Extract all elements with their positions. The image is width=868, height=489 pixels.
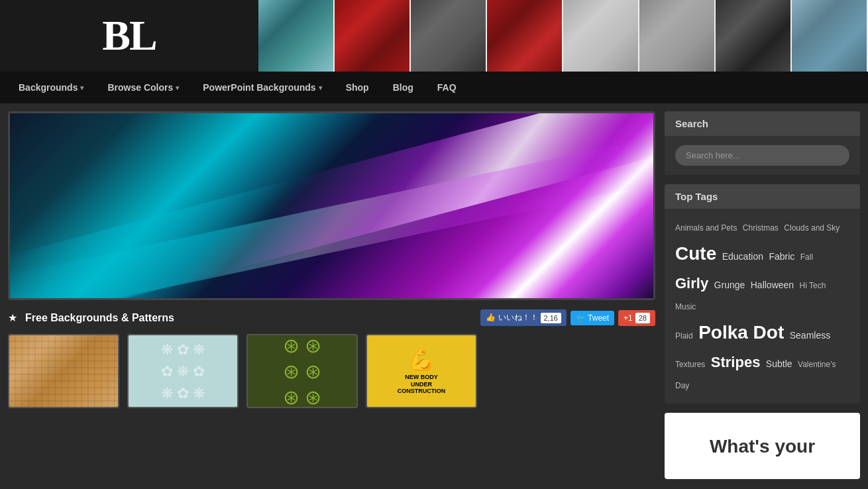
search-box: Search [665, 111, 860, 175]
thumbnail-wood[interactable] [8, 334, 119, 408]
section-title-bar: ★ Free Backgrounds & Patterns 👍 いいね！！ 2,… [8, 309, 655, 326]
tag-halloween[interactable]: Halloween [751, 280, 794, 290]
left-column: ★ Free Backgrounds & Patterns 👍 いいね！！ 2,… [8, 111, 655, 479]
header: BL [0, 0, 868, 72]
tag-christmas[interactable]: Christmas [743, 223, 779, 233]
facebook-like-button[interactable]: 👍 いいね！！ 2,16 [480, 309, 567, 326]
tag-grunge[interactable]: Grunge [714, 280, 745, 290]
tag-fabric[interactable]: Fabric [769, 251, 794, 262]
tag-clouds-and-sky[interactable]: Clouds and Sky [784, 223, 840, 233]
chevron-down-icon: ▾ [319, 84, 322, 91]
tag-girly[interactable]: Girly [675, 275, 708, 292]
tags-box: Top Tags Animals and Pets Christmas Clou… [665, 184, 860, 404]
thumbnail-floral[interactable] [127, 334, 239, 408]
tag-seamless[interactable]: Seamless [790, 330, 830, 341]
site-logo[interactable]: BL [102, 11, 156, 60]
search-header: Search [665, 111, 860, 136]
nav-blog[interactable]: Blog [381, 72, 425, 103]
nav-powerpoint[interactable]: PowerPoint Backgrounds ▾ [191, 72, 333, 103]
twitter-tweet-button[interactable]: 🐦 Tweet [570, 311, 614, 325]
right-sidebar: Search Top Tags Animals and Pets Christm… [665, 111, 860, 479]
social-buttons: 👍 いいね！！ 2,16 🐦 Tweet +1 28 [480, 309, 655, 326]
search-content [665, 136, 860, 175]
banner-strip [258, 0, 868, 72]
advertisement-box: What's your [665, 413, 860, 479]
hero-image[interactable] [8, 111, 655, 300]
thumbnail-grid: NEW BODYUNDERCONSTRUCTION [8, 334, 655, 408]
chevron-down-icon: ▾ [176, 84, 179, 91]
tag-plaid[interactable]: Plaid [675, 331, 693, 341]
tag-hi-tech[interactable]: Hi Tech [800, 281, 826, 290]
tags-header: Top Tags [665, 184, 860, 209]
nav-browse-colors[interactable]: Browse Colors ▾ [95, 72, 191, 103]
nav-shop[interactable]: Shop [334, 72, 381, 103]
main-content: ★ Free Backgrounds & Patterns 👍 いいね！！ 2,… [0, 103, 868, 487]
chevron-down-icon: ▾ [80, 84, 83, 91]
tag-stripes[interactable]: Stripes [711, 354, 761, 370]
main-nav: Backgrounds ▾ Browse Colors ▾ PowerPoint… [0, 72, 868, 103]
banner-thumb-3[interactable] [411, 0, 487, 72]
banner-thumb-2[interactable] [335, 0, 411, 72]
banner-thumb-6[interactable] [639, 0, 716, 72]
fb-like-label: 👍 いいね！！ [486, 312, 537, 323]
nav-backgrounds[interactable]: Backgrounds ▾ [7, 72, 95, 103]
gp-count: 28 [635, 313, 650, 323]
ad-text: What's your [710, 435, 815, 458]
construction-text: NEW BODYUNDERCONSTRUCTION [398, 374, 446, 395]
banner-thumb-5[interactable] [563, 0, 639, 72]
banner-thumb-4[interactable] [487, 0, 563, 72]
star-icon: ★ [8, 311, 17, 324]
googleplus-button[interactable]: +1 28 [618, 310, 655, 326]
banner-thumb-7[interactable] [716, 0, 792, 72]
tags-area: Animals and Pets Christmas Clouds and Sk… [665, 209, 860, 404]
section-heading: Free Backgrounds & Patterns [25, 312, 174, 324]
logo-area: BL [0, 11, 258, 60]
tag-subtle[interactable]: Subtle [766, 358, 792, 369]
banner-thumb-1[interactable] [258, 0, 335, 72]
tag-education[interactable]: Education [722, 251, 763, 262]
tag-cute[interactable]: Cute [675, 243, 716, 264]
tag-fall[interactable]: Fall [800, 252, 813, 262]
search-input[interactable] [675, 145, 849, 166]
nav-faq[interactable]: FAQ [425, 72, 468, 103]
thumbnail-construction[interactable]: NEW BODYUNDERCONSTRUCTION [366, 334, 477, 408]
tag-textures[interactable]: Textures [675, 360, 705, 369]
tag-animals-and-pets[interactable]: Animals and Pets [675, 223, 737, 233]
tag-music[interactable]: Music [675, 302, 696, 311]
thumbnail-swirl[interactable] [246, 334, 358, 408]
tag-polka-dot[interactable]: Polka Dot [698, 322, 784, 343]
fb-count: 2,16 [541, 313, 561, 323]
tweet-label: 🐦 [576, 313, 588, 323]
gp-label: +1 [624, 313, 633, 323]
banner-thumb-8[interactable] [792, 0, 868, 72]
